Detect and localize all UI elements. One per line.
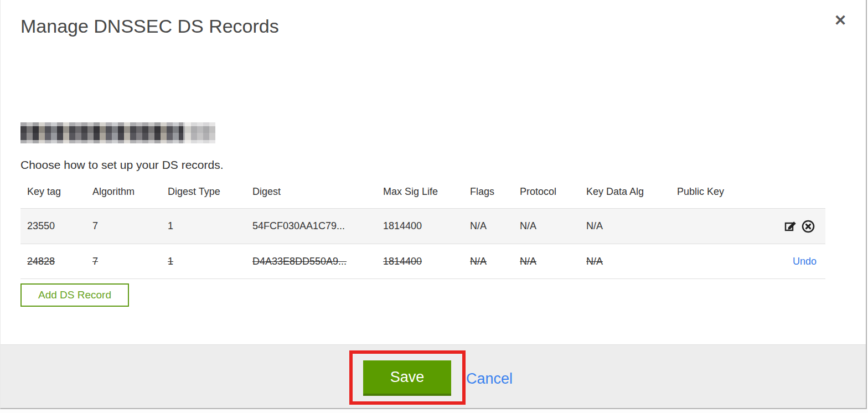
col-header-protocol: Protocol	[513, 186, 580, 198]
cell-digest-type: 1	[161, 256, 246, 267]
col-header-key-data-alg: Key Data Alg	[580, 186, 670, 198]
cell-digest-type: 1	[161, 220, 246, 232]
cell-max-sig-life: 1814400	[376, 256, 463, 267]
cell-protocol: N/A	[513, 256, 580, 267]
cell-key-data-alg: N/A	[580, 256, 670, 267]
cell-key-tag: 24828	[20, 256, 86, 267]
page-title: Manage DNSSEC DS Records	[20, 16, 279, 37]
cell-key-tag: 23550	[20, 220, 86, 232]
cell-algorithm: 7	[86, 220, 161, 232]
instructions-text: Choose how to set up your DS records.	[20, 158, 224, 172]
cell-flags: N/A	[463, 220, 513, 232]
add-ds-record-button[interactable]: Add DS Record	[20, 283, 129, 307]
dialog-footer: Save Cancel	[1, 344, 866, 409]
table-row: 23550 7 1 54FCF030AA1C79... 1814400 N/A …	[20, 208, 825, 244]
cell-protocol: N/A	[513, 220, 580, 232]
cell-key-data-alg: N/A	[580, 220, 670, 232]
redacted-domain-name	[20, 122, 215, 143]
dnssec-dialog: Manage DNSSEC DS Records ✕ Choose how to…	[0, 0, 867, 409]
table-row-deleted: 24828 7 1 D4A33E8DD550A9... 1814400 N/A …	[20, 244, 825, 279]
col-header-max-sig-life: Max Sig Life	[376, 186, 463, 198]
cancel-link[interactable]: Cancel	[466, 370, 513, 388]
cell-digest: D4A33E8DD550A9...	[246, 256, 376, 267]
save-button[interactable]: Save	[363, 360, 451, 396]
col-header-key-tag: Key tag	[20, 186, 86, 198]
cell-flags: N/A	[463, 256, 513, 267]
edit-icon[interactable]	[782, 218, 799, 235]
col-header-digest: Digest	[246, 186, 376, 198]
undo-link[interactable]: Undo	[793, 256, 817, 267]
cell-digest: 54FCF030AA1C79...	[246, 220, 376, 232]
col-header-algorithm: Algorithm	[86, 186, 161, 198]
remove-icon[interactable]	[800, 218, 817, 235]
cell-algorithm: 7	[86, 256, 161, 267]
col-header-public-key: Public Key	[670, 186, 825, 198]
table-header-row: Key tag Algorithm Digest Type Digest Max…	[20, 182, 825, 208]
cell-max-sig-life: 1814400	[376, 220, 463, 232]
col-header-digest-type: Digest Type	[161, 186, 246, 198]
col-header-flags: Flags	[463, 186, 513, 198]
close-icon[interactable]: ✕	[831, 11, 850, 30]
ds-records-table: Key tag Algorithm Digest Type Digest Max…	[20, 182, 825, 279]
